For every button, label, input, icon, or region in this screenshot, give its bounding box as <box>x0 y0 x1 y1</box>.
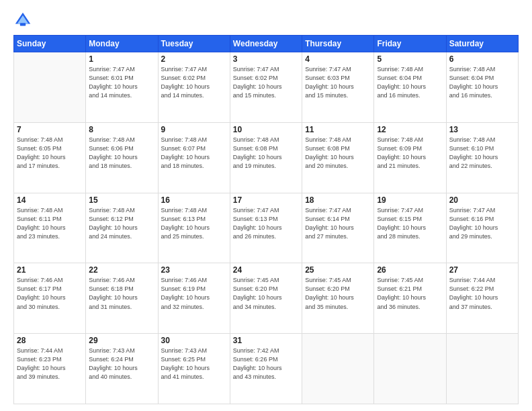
day-detail: Sunrise: 7:48 AMSunset: 6:08 PMDaylight:… <box>305 136 371 171</box>
calendar-cell-5-6 <box>374 334 446 404</box>
weekday-header-tuesday: Tuesday <box>158 36 230 52</box>
day-detail: Sunrise: 7:47 AMSunset: 6:02 PMDaylight:… <box>161 65 227 100</box>
day-number: 11 <box>305 125 371 134</box>
calendar-cell-4-4: 24Sunrise: 7:45 AMSunset: 6:20 PMDayligh… <box>230 263 302 334</box>
calendar-cell-3-7: 20Sunrise: 7:47 AMSunset: 6:16 PMDayligh… <box>446 193 518 263</box>
calendar-cell-1-7: 6Sunrise: 7:48 AMSunset: 6:04 PMDaylight… <box>446 52 518 123</box>
day-number: 17 <box>233 195 299 205</box>
day-detail: Sunrise: 7:46 AMSunset: 6:18 PMDaylight:… <box>89 276 154 311</box>
day-number: 3 <box>233 54 299 64</box>
weekday-header-monday: Monday <box>86 36 158 52</box>
day-number: 9 <box>161 125 227 134</box>
calendar-cell-1-4: 3Sunrise: 7:47 AMSunset: 6:02 PMDaylight… <box>230 52 302 123</box>
calendar-cell-1-1 <box>14 52 86 123</box>
day-number: 30 <box>161 336 227 345</box>
day-number: 10 <box>233 125 299 134</box>
day-detail: Sunrise: 7:48 AMSunset: 6:05 PMDaylight:… <box>17 136 83 171</box>
day-detail: Sunrise: 7:48 AMSunset: 6:13 PMDaylight:… <box>161 206 227 241</box>
calendar-cell-2-2: 8Sunrise: 7:48 AMSunset: 6:06 PMDaylight… <box>86 122 158 193</box>
day-number: 24 <box>233 265 299 275</box>
calendar-cell-4-6: 26Sunrise: 7:45 AMSunset: 6:21 PMDayligh… <box>374 263 446 334</box>
day-number: 21 <box>17 265 83 275</box>
day-number: 4 <box>305 54 371 64</box>
day-detail: Sunrise: 7:44 AMSunset: 6:23 PMDaylight:… <box>17 347 83 381</box>
day-detail: Sunrise: 7:48 AMSunset: 6:04 PMDaylight:… <box>449 65 515 100</box>
week-row-5: 28Sunrise: 7:44 AMSunset: 6:23 PMDayligh… <box>14 334 519 404</box>
day-detail: Sunrise: 7:42 AMSunset: 6:26 PMDaylight:… <box>233 347 299 381</box>
calendar-cell-3-6: 19Sunrise: 7:47 AMSunset: 6:15 PMDayligh… <box>374 193 446 263</box>
calendar-cell-5-1: 28Sunrise: 7:44 AMSunset: 6:23 PMDayligh… <box>14 334 86 404</box>
day-detail: Sunrise: 7:48 AMSunset: 6:09 PMDaylight:… <box>377 136 443 171</box>
day-detail: Sunrise: 7:47 AMSunset: 6:15 PMDaylight:… <box>377 206 443 241</box>
day-number: 13 <box>449 125 515 134</box>
weekday-header-saturday: Saturday <box>446 36 518 52</box>
day-detail: Sunrise: 7:48 AMSunset: 6:11 PMDaylight:… <box>17 206 83 241</box>
day-number: 22 <box>89 265 154 275</box>
week-row-4: 21Sunrise: 7:46 AMSunset: 6:17 PMDayligh… <box>14 263 519 334</box>
weekday-header-wednesday: Wednesday <box>230 36 302 52</box>
logo-icon <box>13 11 32 30</box>
weekday-header-thursday: Thursday <box>302 36 374 52</box>
day-detail: Sunrise: 7:46 AMSunset: 6:17 PMDaylight:… <box>17 276 83 311</box>
day-number: 14 <box>17 195 83 205</box>
day-detail: Sunrise: 7:47 AMSunset: 6:03 PMDaylight:… <box>305 65 371 100</box>
day-detail: Sunrise: 7:48 AMSunset: 6:12 PMDaylight:… <box>89 206 154 241</box>
week-row-2: 7Sunrise: 7:48 AMSunset: 6:05 PMDaylight… <box>14 122 519 193</box>
calendar-cell-2-3: 9Sunrise: 7:48 AMSunset: 6:07 PMDaylight… <box>158 122 230 193</box>
day-number: 16 <box>161 195 227 205</box>
calendar-cell-5-2: 29Sunrise: 7:43 AMSunset: 6:24 PMDayligh… <box>86 334 158 404</box>
day-detail: Sunrise: 7:47 AMSunset: 6:16 PMDaylight:… <box>449 206 515 241</box>
calendar-cell-5-7 <box>446 334 518 404</box>
weekday-header-sunday: Sunday <box>14 36 86 52</box>
weekday-header-friday: Friday <box>374 36 446 52</box>
day-detail: Sunrise: 7:48 AMSunset: 6:06 PMDaylight:… <box>89 136 154 171</box>
calendar-cell-4-5: 25Sunrise: 7:45 AMSunset: 6:20 PMDayligh… <box>302 263 374 334</box>
day-number: 7 <box>17 125 83 134</box>
calendar-cell-1-5: 4Sunrise: 7:47 AMSunset: 6:03 PMDaylight… <box>302 52 374 123</box>
logo <box>13 11 35 30</box>
day-detail: Sunrise: 7:47 AMSunset: 6:13 PMDaylight:… <box>233 206 299 241</box>
calendar-cell-1-3: 2Sunrise: 7:47 AMSunset: 6:02 PMDaylight… <box>158 52 230 123</box>
calendar-cell-4-7: 27Sunrise: 7:44 AMSunset: 6:22 PMDayligh… <box>446 263 518 334</box>
calendar-cell-2-5: 11Sunrise: 7:48 AMSunset: 6:08 PMDayligh… <box>302 122 374 193</box>
calendar-cell-3-4: 17Sunrise: 7:47 AMSunset: 6:13 PMDayligh… <box>230 193 302 263</box>
calendar-cell-2-7: 13Sunrise: 7:48 AMSunset: 6:10 PMDayligh… <box>446 122 518 193</box>
day-detail: Sunrise: 7:45 AMSunset: 6:20 PMDaylight:… <box>233 276 299 311</box>
day-detail: Sunrise: 7:48 AMSunset: 6:07 PMDaylight:… <box>161 136 227 171</box>
day-number: 19 <box>377 195 443 205</box>
day-number: 25 <box>305 265 371 275</box>
calendar-cell-5-3: 30Sunrise: 7:43 AMSunset: 6:25 PMDayligh… <box>158 334 230 404</box>
day-number: 28 <box>17 336 83 345</box>
day-detail: Sunrise: 7:48 AMSunset: 6:08 PMDaylight:… <box>233 136 299 171</box>
calendar-cell-4-2: 22Sunrise: 7:46 AMSunset: 6:18 PMDayligh… <box>86 263 158 334</box>
header <box>13 11 519 30</box>
day-number: 29 <box>89 336 154 345</box>
day-detail: Sunrise: 7:45 AMSunset: 6:21 PMDaylight:… <box>377 276 443 311</box>
calendar-cell-3-3: 16Sunrise: 7:48 AMSunset: 6:13 PMDayligh… <box>158 193 230 263</box>
day-detail: Sunrise: 7:47 AMSunset: 6:14 PMDaylight:… <box>305 206 371 241</box>
calendar-cell-1-2: 1Sunrise: 7:47 AMSunset: 6:01 PMDaylight… <box>86 52 158 123</box>
svg-rect-2 <box>20 23 26 26</box>
day-number: 23 <box>161 265 227 275</box>
day-number: 18 <box>305 195 371 205</box>
week-row-1: 1Sunrise: 7:47 AMSunset: 6:01 PMDaylight… <box>14 52 519 123</box>
calendar-table: SundayMondayTuesdayWednesdayThursdayFrid… <box>13 35 519 404</box>
week-row-3: 14Sunrise: 7:48 AMSunset: 6:11 PMDayligh… <box>14 193 519 263</box>
day-number: 5 <box>377 54 443 64</box>
day-number: 1 <box>89 54 154 64</box>
calendar-cell-3-1: 14Sunrise: 7:48 AMSunset: 6:11 PMDayligh… <box>14 193 86 263</box>
calendar-cell-3-2: 15Sunrise: 7:48 AMSunset: 6:12 PMDayligh… <box>86 193 158 263</box>
calendar-cell-4-1: 21Sunrise: 7:46 AMSunset: 6:17 PMDayligh… <box>14 263 86 334</box>
day-number: 26 <box>377 265 443 275</box>
day-number: 31 <box>233 336 299 345</box>
day-detail: Sunrise: 7:44 AMSunset: 6:22 PMDaylight:… <box>449 276 515 311</box>
day-detail: Sunrise: 7:47 AMSunset: 6:02 PMDaylight:… <box>233 65 299 100</box>
calendar-cell-4-3: 23Sunrise: 7:46 AMSunset: 6:19 PMDayligh… <box>158 263 230 334</box>
day-number: 27 <box>449 265 515 275</box>
day-number: 6 <box>449 54 515 64</box>
weekday-header-row: SundayMondayTuesdayWednesdayThursdayFrid… <box>14 36 519 52</box>
day-detail: Sunrise: 7:48 AMSunset: 6:04 PMDaylight:… <box>377 65 443 100</box>
page: SundayMondayTuesdayWednesdayThursdayFrid… <box>0 0 532 411</box>
day-number: 20 <box>449 195 515 205</box>
calendar-cell-1-6: 5Sunrise: 7:48 AMSunset: 6:04 PMDaylight… <box>374 52 446 123</box>
